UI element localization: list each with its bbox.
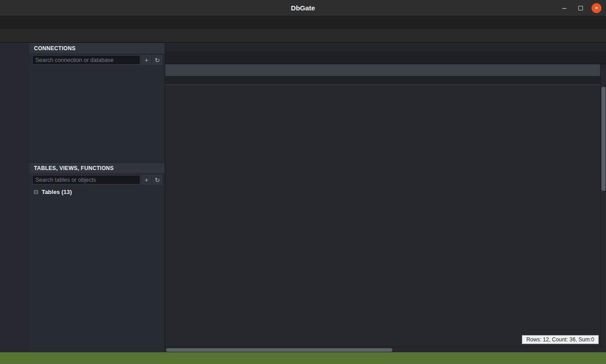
- toolbar: [0, 29, 606, 43]
- selection-stats-overlay: Rows: 12, Count: 36, Sum:0: [522, 335, 599, 344]
- status-bar: [0, 352, 606, 364]
- refresh-connections-button[interactable]: ↻: [153, 55, 162, 65]
- content-area: Rows: 12, Count: 36, Sum:0: [165, 43, 606, 352]
- connections-list: [29, 66, 165, 162]
- dbgate-window: DbGate – × CONNECTIONS + ↻ TABLES, VIEWS…: [0, 0, 606, 364]
- tables-list: [29, 197, 165, 352]
- add-connection-small-button[interactable]: +: [142, 55, 151, 65]
- connections-title: CONNECTIONS: [34, 45, 76, 52]
- window-controls: – ×: [559, 3, 606, 14]
- connections-search-row: + ↻: [29, 53, 165, 66]
- add-table-small-button[interactable]: +: [142, 175, 151, 184]
- tables-title: TABLES, VIEWS, FUNCTIONS: [34, 165, 114, 171]
- refresh-tables-button[interactable]: ↻: [153, 175, 162, 184]
- maximize-icon: [578, 6, 583, 10]
- collapse-icon[interactable]: ⊟: [33, 189, 38, 195]
- side-panel: CONNECTIONS + ↻ TABLES, VIEWS, FUNCTIONS…: [29, 43, 165, 352]
- close-button[interactable]: ×: [592, 3, 601, 13]
- tables-group-row[interactable]: ⊟ Tables (13): [29, 186, 165, 197]
- data-grid: Rows: 12, Count: 36, Sum:0: [165, 64, 606, 352]
- vertical-scrollbar[interactable]: [600, 64, 606, 347]
- grid-header-row: [165, 64, 606, 76]
- tables-group-label: Tables (13): [42, 189, 72, 195]
- maximize-button[interactable]: [575, 3, 586, 14]
- main-area: CONNECTIONS + ↻ TABLES, VIEWS, FUNCTIONS…: [0, 43, 606, 352]
- connections-header: CONNECTIONS: [29, 43, 165, 53]
- database-tab-groups: [165, 43, 606, 52]
- tables-header: TABLES, VIEWS, FUNCTIONS: [29, 162, 165, 173]
- connections-search-input[interactable]: [32, 55, 140, 65]
- vertical-scrollbar-thumb[interactable]: [601, 87, 606, 191]
- activity-bar: [0, 43, 29, 352]
- horizontal-scrollbar[interactable]: [165, 347, 606, 352]
- tables-search-input[interactable]: [32, 175, 140, 184]
- titlebar: DbGate – ×: [0, 0, 606, 16]
- tab-bar: [165, 52, 606, 64]
- horizontal-scrollbar-thumb[interactable]: [166, 348, 392, 352]
- menubar: [0, 16, 606, 29]
- window-title: DbGate: [0, 4, 606, 12]
- minimize-button[interactable]: –: [559, 3, 570, 14]
- grid-filter-row: [165, 76, 606, 85]
- tables-search-row: + ↻: [29, 173, 165, 186]
